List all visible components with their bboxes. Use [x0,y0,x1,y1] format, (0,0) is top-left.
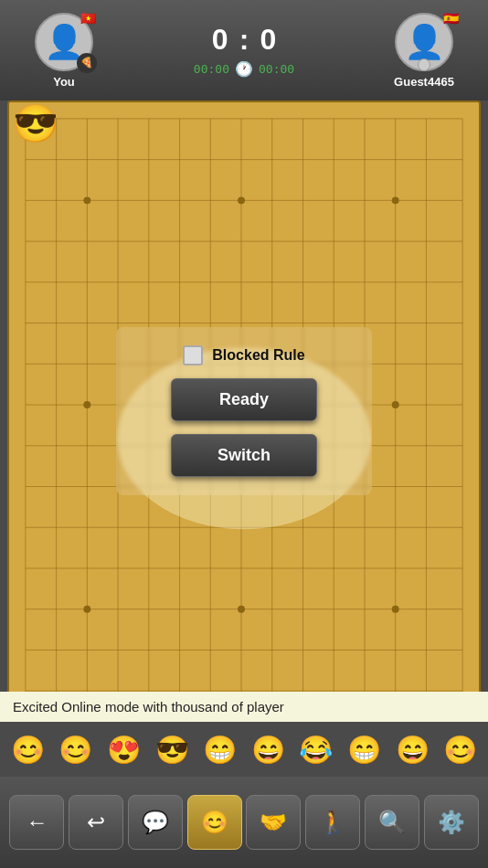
clock-icon: 🕐 [235,60,253,78]
score-section: 0 : 0 00:00 🕐 00:00 [194,23,294,78]
settings-button[interactable]: ⚙️ [424,795,479,850]
emoji-btn-5[interactable]: 😄 [249,732,287,767]
search-icon: 🔍 [378,810,406,835]
svg-point-40 [392,606,399,613]
svg-point-35 [83,401,90,408]
emoji-btn-8[interactable]: 😄 [394,732,431,767]
handshake-icon: 🤝 [260,810,287,835]
blocked-rule-label: Blocked Rule [212,347,304,364]
score-right: 0 [254,23,281,57]
player2-section: 👤 🇪🇸 Guest4465 [369,13,479,89]
player2-stone [418,58,430,71]
handshake-button[interactable]: 🤝 [246,795,301,850]
svg-point-37 [392,401,399,408]
player1-section: 👤 🇻🇳 🍕 You [9,13,119,89]
timer-section: 00:00 🕐 00:00 [194,60,294,78]
message-bar: Excited Online mode with thousand of pla… [0,692,488,722]
emoji-btn-4[interactable]: 😁 [201,732,239,767]
emoji-btn-9[interactable]: 😊 [441,732,479,767]
svg-point-39 [238,606,245,613]
player1-badge: 🍕 [77,53,97,73]
emoji-toolbar-icon: 😊 [201,810,228,835]
message-text: Excited Online mode with thousand of pla… [13,699,284,715]
emoji-btn-3[interactable]: 😎 [154,732,191,767]
person-button[interactable]: 🚶 [305,795,360,850]
player2-name: Guest4465 [394,75,454,89]
game-board[interactable]: Blocked Rule Ready Switch [7,101,481,722]
timer-left: 00:00 [194,62,229,76]
emoji-btn-6[interactable]: 😂 [297,732,334,767]
header: 👤 🇻🇳 🍕 You 0 : 0 00:00 🕐 00:00 👤 🇪🇸 [0,0,488,101]
svg-point-32 [83,196,90,204]
svg-point-33 [238,196,245,204]
player1-flag: 🇻🇳 [80,11,99,24]
game-dialog: Blocked Rule Ready Switch [116,327,372,495]
svg-point-38 [83,606,90,613]
undo-icon: ↩ [87,810,105,835]
player2-avatar-wrapper: 👤 🇪🇸 [395,13,453,71]
blocked-rule-checkbox[interactable] [183,345,203,365]
bottom-toolbar: ← ↩ 💬 😊 🤝 🚶 🔍 ⚙️ [0,777,488,868]
player1-avatar-wrapper: 👤 🇻🇳 🍕 [35,13,93,71]
search-button[interactable]: 🔍 [365,795,419,850]
player1-name: You [53,75,75,89]
score-display: 0 : 0 [207,23,282,57]
ready-button[interactable]: Ready [171,378,317,421]
settings-icon: ⚙️ [438,810,465,835]
back-button[interactable]: ← [9,795,64,850]
player2-flag: 🇪🇸 [443,11,459,26]
chat-button[interactable]: 💬 [128,795,183,850]
emoji-btn-7[interactable]: 😁 [345,732,383,767]
emoji-btn-1[interactable]: 😊 [57,732,94,767]
emoji-toolbar-button[interactable]: 😊 [187,795,242,850]
person-icon: 🚶 [319,810,346,835]
chat-icon: 💬 [142,810,169,835]
back-icon: ← [26,810,48,835]
svg-point-34 [392,196,399,204]
emoji-btn-2[interactable]: 😍 [105,732,143,767]
emoji-status: 😎 [13,101,58,146]
emoji-row: 😊 😊 😍 😎 😁 😄 😂 😁 😄 😊 [0,722,488,777]
undo-button[interactable]: ↩ [69,795,123,850]
blocked-rule-row: Blocked Rule [183,345,304,365]
switch-button[interactable]: Switch [171,434,317,477]
score-left: 0 [207,23,234,57]
score-sep: : [239,23,249,57]
timer-right: 00:00 [259,62,294,76]
emoji-btn-0[interactable]: 😊 [9,732,47,767]
